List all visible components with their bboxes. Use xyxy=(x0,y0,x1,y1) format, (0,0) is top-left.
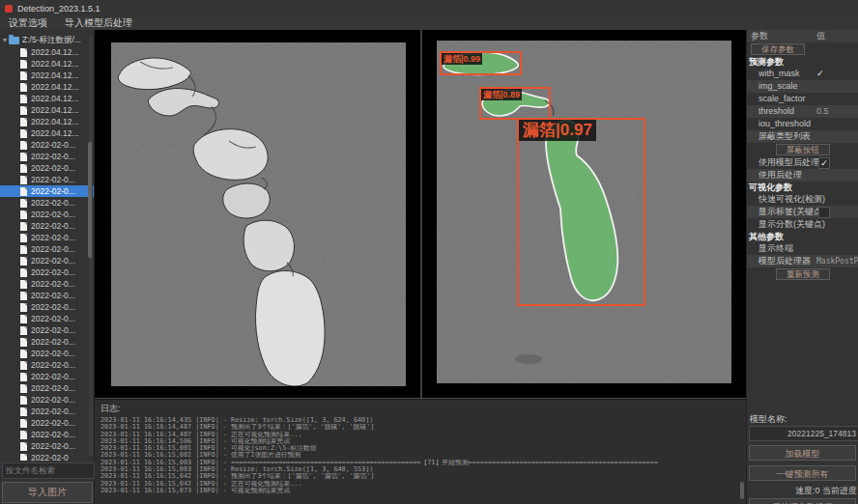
param-label: with_mask xyxy=(747,69,800,78)
tree-file-item[interactable]: 2022-02-0... xyxy=(0,243,94,255)
log-line: 2023-01-11 16:16:14,487 |INFO| - 预测出了3个结… xyxy=(100,424,746,431)
file-icon xyxy=(20,210,27,219)
param-row[interactable]: 快速可视化(检测) xyxy=(747,193,858,206)
detection-box: 漏箔|0.99 xyxy=(440,51,522,75)
tree-file-label: 2022-02-0... xyxy=(31,152,75,161)
param-label: 使用模型后处理 xyxy=(747,157,819,167)
tree-scrollbar-thumb[interactable] xyxy=(88,142,92,258)
tree-file-item[interactable]: 2022-02-0... xyxy=(0,348,94,359)
load-model-button[interactable]: 加载模型 xyxy=(749,445,856,461)
tree-file-item[interactable]: 2022-02-0 xyxy=(0,452,94,461)
tree-file-item[interactable]: 2022.04.12... xyxy=(0,81,94,93)
param-label: img_scale xyxy=(747,81,798,91)
tree-file-item[interactable]: 2022.04.12... xyxy=(0,116,94,127)
param-row[interactable]: img_scale xyxy=(747,80,858,93)
chevron-down-icon[interactable]: ▾ xyxy=(3,36,7,44)
tree-file-item[interactable]: 2022-02-0... xyxy=(0,232,94,243)
param-checkbox[interactable] xyxy=(818,207,830,218)
file-icon xyxy=(20,373,27,381)
param-label: threshold xyxy=(747,106,794,116)
tree-file-item[interactable]: 2022-02-0... xyxy=(0,220,94,232)
param-row[interactable]: 显示分数(关键点) xyxy=(747,218,858,231)
param-row[interactable]: with_mask✓ xyxy=(747,68,858,80)
param-value: 0.5 xyxy=(816,105,829,118)
param-row[interactable]: iou_threshold xyxy=(747,118,858,130)
log-scrollbar-thumb[interactable] xyxy=(740,482,744,499)
tree-file-label: 2022.04.12... xyxy=(31,59,79,69)
tree-file-item[interactable]: 2022-02-0... xyxy=(0,151,94,162)
original-image-panel[interactable] xyxy=(111,42,406,386)
file-icon xyxy=(20,129,27,138)
block-button[interactable]: 屏蔽按钮 xyxy=(776,144,830,155)
tree-scrollbar[interactable] xyxy=(89,36,93,457)
tree-file-label: 2022-02-0... xyxy=(31,372,75,381)
tree-file-item[interactable]: 2022.04.12... xyxy=(0,127,94,139)
prediction-image-panel[interactable]: 漏箔|0.99漏箔|0.89漏箔|0.97 xyxy=(437,41,731,383)
image-viewer: 漏箔|0.99漏箔|0.89漏箔|0.97 xyxy=(95,30,746,399)
tree-file-item[interactable]: 2022.04.12... xyxy=(0,58,94,70)
file-icon xyxy=(20,396,27,405)
tree-root-item[interactable]: ▾ Z:/5-标注数据/... xyxy=(0,34,94,46)
param-row[interactable]: 模型后处理器MaskPostPro xyxy=(747,255,858,267)
panel-divider xyxy=(420,30,422,398)
tree-file-item[interactable]: 2022-02-0... xyxy=(0,266,94,278)
param-row[interactable]: scale_factor xyxy=(747,93,858,105)
file-icon xyxy=(20,407,27,416)
tree-file-item[interactable]: 2022.04.12... xyxy=(0,46,94,58)
params-header: 参数 值 xyxy=(747,30,858,42)
tree-file-item[interactable]: 2022-02-0... xyxy=(0,313,94,324)
tree-file-label: 2022-02-0... xyxy=(31,256,75,266)
param-button-row: 保存参数 xyxy=(747,42,858,56)
param-row[interactable]: 显示终端 xyxy=(747,242,858,255)
tree-file-item[interactable]: 2022-02-0... xyxy=(0,278,94,290)
param-row[interactable]: 使用模型后处理✓ xyxy=(747,156,858,169)
tree-file-item[interactable]: 2022.04.12... xyxy=(0,70,94,81)
param-row[interactable]: threshold0.5 xyxy=(747,105,858,118)
tree-file-item[interactable]: 2022-02-0... xyxy=(0,139,94,151)
param-button-row: 重新预测 xyxy=(747,267,858,281)
tree-file-label: 2022-02-0... xyxy=(31,140,75,150)
param-label: scale_factor xyxy=(747,94,806,103)
tree-file-item[interactable]: 2022-02-0... xyxy=(0,301,94,313)
tree-file-item[interactable]: 2022-02-0... xyxy=(0,185,94,197)
param-row[interactable]: 屏蔽类型列表 xyxy=(747,130,858,143)
tree-root-label: Z:/5-标注数据/... xyxy=(22,35,81,46)
tree-file-item[interactable]: 2022.04.12... xyxy=(0,104,94,116)
import-image-button[interactable]: 导入图片 xyxy=(2,482,93,503)
tree-file-item[interactable]: 2022-02-0... xyxy=(0,255,94,266)
param-section: 可视化参数 xyxy=(747,182,858,193)
repredict-button[interactable]: 重新预测 xyxy=(776,268,830,280)
param-row[interactable]: 使用后处理 xyxy=(747,169,858,182)
tree-file-item[interactable]: 2022-02-0... xyxy=(0,394,94,406)
file-icon xyxy=(20,187,27,196)
save-params-button[interactable]: 保存参数 xyxy=(751,43,805,55)
tree-file-label: 2022-02-0... xyxy=(31,360,75,370)
menu-item-import-postprocess[interactable]: 导入模型后处理 xyxy=(56,16,141,30)
tree-file-item[interactable]: 2022-02-0... xyxy=(0,406,94,417)
tree-file-label: 2022-02-0... xyxy=(31,198,75,208)
tree-file-item[interactable]: 2022-02-0... xyxy=(0,382,94,394)
file-icon xyxy=(20,164,27,173)
tree-file-item[interactable]: 2022-02-0... xyxy=(0,336,94,348)
tree-file-item[interactable]: 2022-02-0... xyxy=(0,174,94,185)
param-checkbox[interactable]: ✓ xyxy=(818,157,830,169)
tree-file-item[interactable]: 2022-02-0... xyxy=(0,197,94,209)
model-name-field[interactable]: 20221225_174813 xyxy=(749,426,858,441)
tree-file-item[interactable]: 2022-02-0... xyxy=(0,162,94,174)
tree-file-item[interactable]: 2022.04.12... xyxy=(0,93,94,104)
tree-file-item[interactable]: 2022-02-0... xyxy=(0,324,94,336)
tree-file-item[interactable]: 2022-02-0... xyxy=(0,429,94,440)
filename-search-input[interactable]: 按文件名检索 xyxy=(2,462,95,479)
postprocess-settings-button[interactable]: 后处理参数设置 xyxy=(749,498,856,504)
tree-file-item[interactable]: 2022-02-0... xyxy=(0,417,94,429)
tree-file-item[interactable]: 2022-02-0... xyxy=(0,209,94,220)
menu-item-settings[interactable]: 设置选项 xyxy=(0,16,56,30)
tree-file-item[interactable]: 2022-02-0... xyxy=(0,440,94,452)
predict-all-button[interactable]: 一键预测所有 xyxy=(749,465,856,481)
tree-file-item[interactable]: 2022-02-0... xyxy=(0,371,94,382)
param-row[interactable]: 显示标签(关键点) xyxy=(747,206,858,218)
tree-file-item[interactable]: 2022-02-0... xyxy=(0,359,94,371)
tree-file-item[interactable]: 2022-02-0... xyxy=(0,290,94,301)
log-panel[interactable]: 日志: 2023-01-11 16:16:14,435 |INFO| - Res… xyxy=(95,399,746,504)
file-icon xyxy=(20,153,27,161)
